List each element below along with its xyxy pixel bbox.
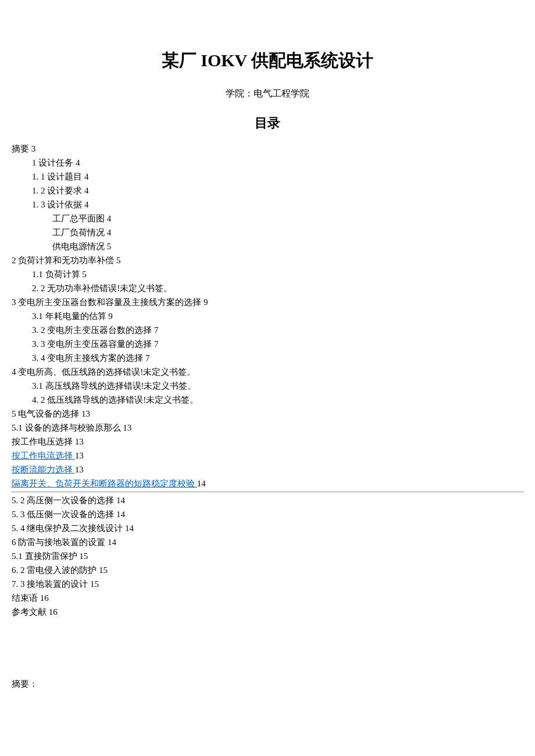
toc-page-number: 14 xyxy=(197,479,206,488)
toc-entry: 隔离开关、负荷开关和断路器的短路稳定度校验 14 xyxy=(12,476,523,490)
toc-entry: 1. 1 设计题目 4 xyxy=(32,170,523,184)
toc-link[interactable]: 隔离开关、负荷开关和断路器的短路稳定度校验 xyxy=(12,479,197,488)
toc-entry: 1. 3 设计依据 4 xyxy=(32,198,523,212)
toc-entry: 1. 2 设计要求 4 xyxy=(32,184,523,198)
divider xyxy=(12,492,523,492)
document-subtitle: 学院：电气工程学院 xyxy=(12,86,523,101)
toc-entry: 3. 4 变电所主接线方案的选择 7 xyxy=(32,351,523,365)
toc-entry: 供电电源情况 5 xyxy=(52,239,523,253)
toc-entry: 5.1 直接防雷保护 15 xyxy=(12,549,523,563)
toc-link[interactable]: 按断流能力选择 xyxy=(12,465,75,474)
toc-list-after: 5. 2 高压侧一次设备的选择 145. 3 低压侧一次设备的选择 145. 4… xyxy=(12,493,523,619)
toc-entry: 3.1 年耗电量的估算 9 xyxy=(32,309,523,323)
document-title: 某厂 IOKV 供配电系统设计 xyxy=(12,46,523,74)
toc-entry: 按断流能力选择 13 xyxy=(12,463,523,476)
toc-entry: 2 负荷计算和无功功率补偿 5 xyxy=(12,253,523,267)
toc-entry: 4. 2 低压线路导线的选择错误!未定义书签。 xyxy=(32,393,523,407)
toc-entry: 参考文献 16 xyxy=(12,605,523,619)
toc-entry: 1.1 负荷计算 5 xyxy=(32,267,523,281)
toc-entry: 工厂总平面图 4 xyxy=(52,212,523,225)
toc-entry: 6 防雷与接地装置的设置 14 xyxy=(12,535,523,549)
toc-entry: 工厂负荷情况 4 xyxy=(52,225,523,239)
toc-entry: 5. 4 继电保护及二次接线设计 14 xyxy=(12,521,523,535)
toc-heading: 目录 xyxy=(12,113,523,133)
toc-entry: 按工作电压选择 13 xyxy=(12,435,523,449)
toc-entry: 5. 3 低压侧一次设备的选择 14 xyxy=(12,507,523,521)
toc-entry: 5 电气设备的选择 13 xyxy=(12,407,523,421)
toc-page-number: 13 xyxy=(75,465,84,474)
toc-entry: 3 变电所主变压器台数和容量及主接线方案的选择 9 xyxy=(12,295,523,309)
abstract-heading: 摘要： xyxy=(12,677,523,691)
toc-entry: 4 变电所高、低压线路的选择错误!未定义书签。 xyxy=(12,365,523,379)
toc-entry: 3. 2 变电所主变压器台数的选择 7 xyxy=(32,323,523,337)
toc-entry: 7. 3 接地装置的设计 15 xyxy=(12,577,523,591)
toc-entry: 6. 2 雷电侵入波的防护 15 xyxy=(12,563,523,577)
toc-entry: 摘要 3 xyxy=(12,142,523,156)
toc-entry: 5. 2 高压侧一次设备的选择 14 xyxy=(12,493,523,507)
toc-entry: 2. 2 无功功率补偿错误!未定义书签。 xyxy=(32,281,523,295)
toc-entry: 按工作电流选择 13 xyxy=(12,449,523,463)
toc-entry: 结束语 16 xyxy=(12,591,523,605)
toc-list: 摘要 31 设计任务 41. 1 设计题目 41. 2 设计要求 41. 3 设… xyxy=(12,142,523,490)
toc-page-number: 13 xyxy=(75,451,84,460)
toc-link[interactable]: 按工作电流选择 xyxy=(12,451,75,460)
toc-entry: 1 设计任务 4 xyxy=(32,156,523,170)
toc-entry: 5.1 设备的选择与校验原那么 13 xyxy=(12,421,523,435)
toc-entry: 3. 3 变电所主变压器容量的选择 7 xyxy=(32,337,523,351)
toc-entry: 3.1 高压线路导线的选择错误!未定义书签。 xyxy=(32,379,523,393)
